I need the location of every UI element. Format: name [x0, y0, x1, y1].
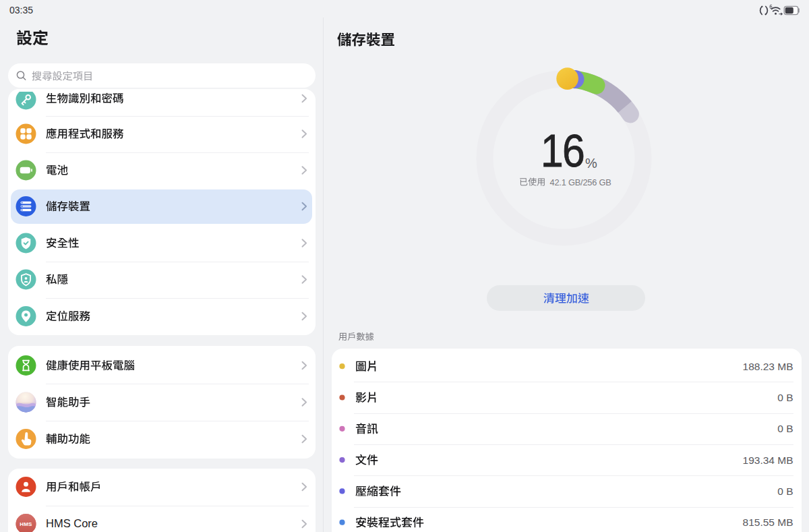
svg-text:HMS: HMS — [20, 521, 32, 527]
